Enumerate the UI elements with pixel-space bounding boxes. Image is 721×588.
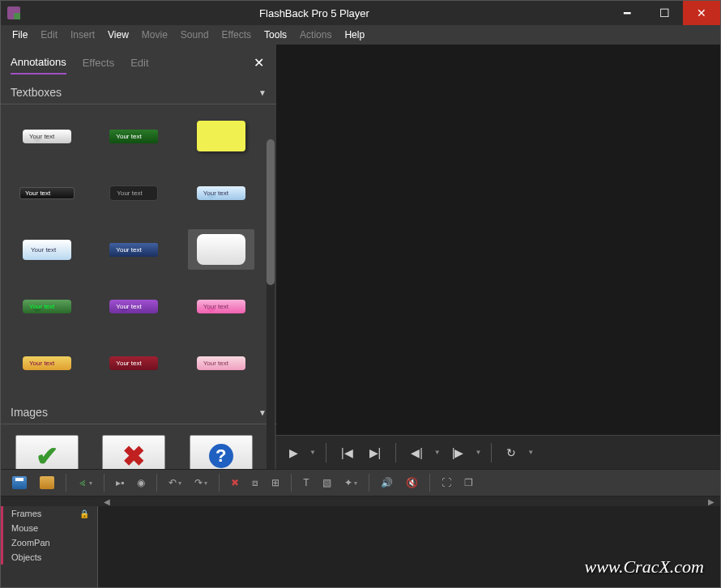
menu-actions[interactable]: Actions [295,28,336,42]
window-controls: ━ ☐ ✕ [608,1,720,25]
separator [104,474,105,492]
timeline-hscroll[interactable]: ◀ ▶ [1,496,720,506]
panel-close-button[interactable]: ✕ [250,55,267,71]
textbox-preview: Your text [197,300,245,313]
close-button[interactable]: ✕ [683,1,720,25]
play-button[interactable]: ▶ [284,443,303,462]
images-grid: ✔✖? [1,424,276,469]
text-button[interactable]: T [298,474,314,492]
track-zoompan[interactable]: ZoomPan [1,535,97,550]
snapshot-button[interactable]: ◉ [132,474,150,492]
mute-button[interactable]: 🔇 [401,474,423,492]
preview-canvas[interactable] [276,45,720,435]
undo-button[interactable]: ↶▾ [164,474,186,492]
track-objects-label: Objects [11,552,41,562]
save-icon [12,476,27,489]
textbox-thumb-8[interactable] [188,229,254,270]
menu-insert[interactable]: Insert [66,28,100,42]
scrollbar-thumb[interactable] [267,139,275,285]
textbox-thumb-5[interactable]: Your text [188,173,254,213]
track-labels: Frames 🔒 Mouse ZoomPan Objects [1,506,98,587]
lock-icon[interactable]: 🔒 [79,509,89,518]
textbox-thumb-14[interactable]: Your text [188,343,254,383]
goto-start-button[interactable]: |◀ [336,443,358,462]
goto-end-button[interactable]: ▶| [365,443,386,462]
maximize-button[interactable]: ☐ [646,1,683,25]
track-frames[interactable]: Frames 🔒 [1,506,97,521]
image-thumb-question[interactable]: ? [188,436,254,469]
playback-controls: ▶ ▼ |◀ ▶| ◀| ▼ |▶ ▼ ↻ ▼ [276,435,720,469]
textbox-preview: Your text [109,185,158,201]
effects-button[interactable]: ✦▾ [339,474,362,492]
caret-icon[interactable]: ▼ [475,449,481,456]
step-back-button[interactable]: ◀| [406,443,428,462]
split-button[interactable]: ⊞ [267,474,284,492]
image-thumb-check[interactable]: ✔ [14,436,80,469]
volume-up-button[interactable]: 🔊 [376,474,398,492]
track-objects[interactable]: Objects [1,550,97,565]
textbox-thumb-13[interactable]: Your text [100,343,167,383]
menu-movie[interactable]: Movie [137,28,173,42]
save-button[interactable] [7,473,32,492]
textbox-thumb-0[interactable]: Your text [14,116,80,156]
caret-icon[interactable]: ▼ [527,449,534,456]
annotations-sidebar: Annotations Effects Edit ✕ Textboxes ▼ Y… [1,45,276,469]
textbox-preview: Your text [109,300,158,313]
play-menu-caret[interactable]: ▼ [309,449,316,456]
chevron-down-icon: ▼ [258,408,267,417]
menu-effects[interactable]: Effects [217,28,256,42]
vertical-scrollbar[interactable] [267,139,275,469]
body-area: Annotations Effects Edit ✕ Textboxes ▼ Y… [1,45,720,469]
textboxes-grid: Your textYour textYour textYour textYour… [1,104,276,394]
menu-sound[interactable]: Sound [176,28,214,42]
separator [395,443,396,462]
main-toolbar: ⪡▾ ▸▪ ◉ ↶▾ ↷▾ ✖ ⧈ ⊞ T ▧ ✦▾ 🔊 🔇 ⛶ ❐ [1,469,720,496]
textbox-preview: Your text [197,356,245,370]
textbox-preview: Your text [23,240,71,260]
textbox-preview: Your text [109,243,158,257]
image-thumb-cross[interactable]: ✖ [100,436,167,469]
textbox-thumb-4[interactable]: Your text [100,173,167,213]
textbox-preview: Your text [109,130,158,143]
step-forward-button[interactable]: |▶ [447,443,469,462]
separator [66,474,66,492]
textbox-thumb-1[interactable]: Your text [100,116,167,156]
loop-button[interactable]: ↻ [501,443,521,462]
track-frames-label: Frames [11,509,41,518]
cascade-button[interactable]: ❐ [459,474,478,492]
tab-effects[interactable]: Effects [83,52,115,74]
separator [291,474,292,492]
tab-edit[interactable]: Edit [130,52,148,74]
share-button[interactable]: ⪡▾ [73,474,97,492]
section-textboxes[interactable]: Textboxes ▼ [1,81,276,104]
timeline-tracks[interactable]: www.CracX.com [98,506,720,587]
image-button[interactable]: ▧ [318,474,336,492]
tab-annotations[interactable]: Annotations [11,51,66,75]
redo-button[interactable]: ↷▾ [190,474,212,492]
textbox-thumb-2[interactable] [188,116,254,156]
menu-view[interactable]: View [103,28,134,42]
open-button[interactable] [35,473,59,492]
textbox-thumb-12[interactable]: Your text [14,343,80,383]
menu-file[interactable]: File [7,28,32,42]
caret-icon[interactable]: ▼ [434,449,441,456]
section-images[interactable]: Images ▼ [1,401,276,424]
textbox-thumb-9[interactable]: Your text [14,286,80,326]
textbox-thumb-3[interactable]: Your text [14,173,80,213]
titlebar[interactable]: FlashBack Pro 5 Player ━ ☐ ✕ [1,1,720,25]
crop-button[interactable]: ⧈ [247,474,263,492]
separator [429,474,430,492]
textbox-thumb-6[interactable]: Your text [14,229,80,270]
textbox-thumb-11[interactable]: Your text [188,286,254,326]
track-mouse-label: Mouse [11,523,38,533]
menu-help[interactable]: Help [339,28,369,42]
fit-button[interactable]: ⛶ [437,474,456,492]
minimize-button[interactable]: ━ [608,1,646,25]
menu-edit[interactable]: Edit [36,28,62,42]
menu-tools[interactable]: Tools [259,28,292,42]
track-mouse[interactable]: Mouse [1,521,97,535]
delete-button[interactable]: ✖ [226,474,244,492]
textbox-thumb-10[interactable]: Your text [100,286,167,326]
export-video-button[interactable]: ▸▪ [111,474,129,492]
textbox-thumb-7[interactable]: Your text [100,229,167,270]
